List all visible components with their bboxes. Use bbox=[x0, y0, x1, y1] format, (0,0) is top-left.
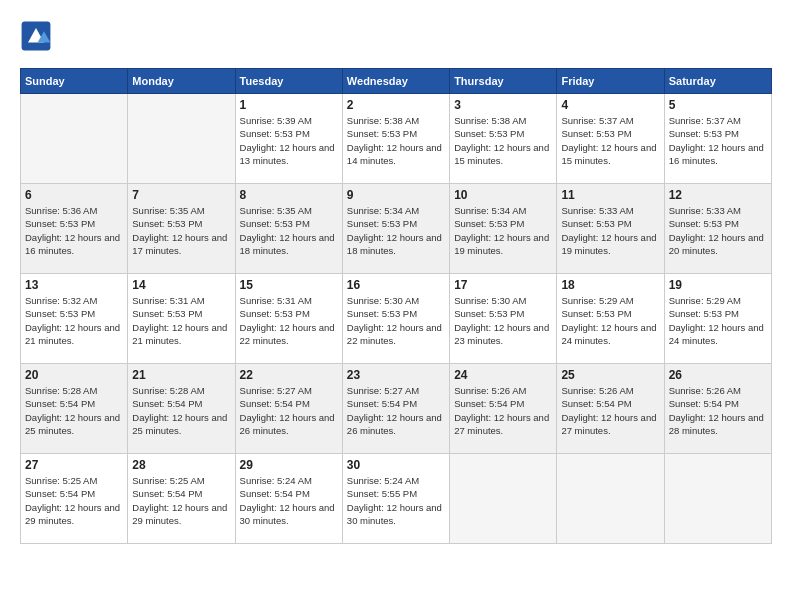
calendar-cell bbox=[557, 454, 664, 544]
day-info: Sunrise: 5:36 AMSunset: 5:53 PMDaylight:… bbox=[25, 204, 123, 257]
day-number: 20 bbox=[25, 368, 123, 382]
weekday-header-thursday: Thursday bbox=[450, 69, 557, 94]
calendar-cell: 13Sunrise: 5:32 AMSunset: 5:53 PMDayligh… bbox=[21, 274, 128, 364]
day-number: 29 bbox=[240, 458, 338, 472]
day-number: 1 bbox=[240, 98, 338, 112]
day-number: 18 bbox=[561, 278, 659, 292]
calendar-header-row: SundayMondayTuesdayWednesdayThursdayFrid… bbox=[21, 69, 772, 94]
day-info: Sunrise: 5:38 AMSunset: 5:53 PMDaylight:… bbox=[454, 114, 552, 167]
day-number: 2 bbox=[347, 98, 445, 112]
day-number: 17 bbox=[454, 278, 552, 292]
day-number: 15 bbox=[240, 278, 338, 292]
day-info: Sunrise: 5:26 AMSunset: 5:54 PMDaylight:… bbox=[561, 384, 659, 437]
calendar-cell: 12Sunrise: 5:33 AMSunset: 5:53 PMDayligh… bbox=[664, 184, 771, 274]
weekday-header-tuesday: Tuesday bbox=[235, 69, 342, 94]
calendar-cell: 6Sunrise: 5:36 AMSunset: 5:53 PMDaylight… bbox=[21, 184, 128, 274]
day-number: 7 bbox=[132, 188, 230, 202]
calendar-week-row: 1Sunrise: 5:39 AMSunset: 5:53 PMDaylight… bbox=[21, 94, 772, 184]
day-info: Sunrise: 5:27 AMSunset: 5:54 PMDaylight:… bbox=[347, 384, 445, 437]
calendar-cell: 18Sunrise: 5:29 AMSunset: 5:53 PMDayligh… bbox=[557, 274, 664, 364]
day-info: Sunrise: 5:26 AMSunset: 5:54 PMDaylight:… bbox=[669, 384, 767, 437]
calendar-cell bbox=[128, 94, 235, 184]
day-number: 3 bbox=[454, 98, 552, 112]
day-info: Sunrise: 5:38 AMSunset: 5:53 PMDaylight:… bbox=[347, 114, 445, 167]
day-info: Sunrise: 5:30 AMSunset: 5:53 PMDaylight:… bbox=[347, 294, 445, 347]
calendar-cell: 1Sunrise: 5:39 AMSunset: 5:53 PMDaylight… bbox=[235, 94, 342, 184]
day-info: Sunrise: 5:31 AMSunset: 5:53 PMDaylight:… bbox=[132, 294, 230, 347]
calendar-cell: 17Sunrise: 5:30 AMSunset: 5:53 PMDayligh… bbox=[450, 274, 557, 364]
calendar-cell: 20Sunrise: 5:28 AMSunset: 5:54 PMDayligh… bbox=[21, 364, 128, 454]
day-number: 23 bbox=[347, 368, 445, 382]
calendar-cell bbox=[664, 454, 771, 544]
calendar-cell: 23Sunrise: 5:27 AMSunset: 5:54 PMDayligh… bbox=[342, 364, 449, 454]
calendar-cell: 10Sunrise: 5:34 AMSunset: 5:53 PMDayligh… bbox=[450, 184, 557, 274]
day-number: 11 bbox=[561, 188, 659, 202]
day-info: Sunrise: 5:28 AMSunset: 5:54 PMDaylight:… bbox=[25, 384, 123, 437]
weekday-header-friday: Friday bbox=[557, 69, 664, 94]
day-number: 10 bbox=[454, 188, 552, 202]
day-info: Sunrise: 5:34 AMSunset: 5:53 PMDaylight:… bbox=[454, 204, 552, 257]
calendar-cell: 2Sunrise: 5:38 AMSunset: 5:53 PMDaylight… bbox=[342, 94, 449, 184]
day-number: 19 bbox=[669, 278, 767, 292]
calendar-cell: 5Sunrise: 5:37 AMSunset: 5:53 PMDaylight… bbox=[664, 94, 771, 184]
calendar-cell: 30Sunrise: 5:24 AMSunset: 5:55 PMDayligh… bbox=[342, 454, 449, 544]
day-info: Sunrise: 5:33 AMSunset: 5:53 PMDaylight:… bbox=[669, 204, 767, 257]
day-number: 22 bbox=[240, 368, 338, 382]
calendar-cell: 9Sunrise: 5:34 AMSunset: 5:53 PMDaylight… bbox=[342, 184, 449, 274]
day-number: 8 bbox=[240, 188, 338, 202]
day-number: 5 bbox=[669, 98, 767, 112]
day-number: 24 bbox=[454, 368, 552, 382]
calendar-cell: 11Sunrise: 5:33 AMSunset: 5:53 PMDayligh… bbox=[557, 184, 664, 274]
calendar-cell: 8Sunrise: 5:35 AMSunset: 5:53 PMDaylight… bbox=[235, 184, 342, 274]
calendar-cell: 24Sunrise: 5:26 AMSunset: 5:54 PMDayligh… bbox=[450, 364, 557, 454]
calendar-table: SundayMondayTuesdayWednesdayThursdayFrid… bbox=[20, 68, 772, 544]
day-number: 4 bbox=[561, 98, 659, 112]
logo-icon bbox=[20, 20, 52, 52]
day-info: Sunrise: 5:25 AMSunset: 5:54 PMDaylight:… bbox=[132, 474, 230, 527]
day-number: 21 bbox=[132, 368, 230, 382]
logo bbox=[20, 20, 56, 52]
calendar-week-row: 27Sunrise: 5:25 AMSunset: 5:54 PMDayligh… bbox=[21, 454, 772, 544]
calendar-week-row: 6Sunrise: 5:36 AMSunset: 5:53 PMDaylight… bbox=[21, 184, 772, 274]
day-number: 30 bbox=[347, 458, 445, 472]
calendar-body: 1Sunrise: 5:39 AMSunset: 5:53 PMDaylight… bbox=[21, 94, 772, 544]
day-info: Sunrise: 5:35 AMSunset: 5:53 PMDaylight:… bbox=[132, 204, 230, 257]
day-info: Sunrise: 5:35 AMSunset: 5:53 PMDaylight:… bbox=[240, 204, 338, 257]
day-info: Sunrise: 5:30 AMSunset: 5:53 PMDaylight:… bbox=[454, 294, 552, 347]
day-info: Sunrise: 5:27 AMSunset: 5:54 PMDaylight:… bbox=[240, 384, 338, 437]
day-info: Sunrise: 5:29 AMSunset: 5:53 PMDaylight:… bbox=[561, 294, 659, 347]
day-info: Sunrise: 5:25 AMSunset: 5:54 PMDaylight:… bbox=[25, 474, 123, 527]
day-number: 25 bbox=[561, 368, 659, 382]
day-number: 13 bbox=[25, 278, 123, 292]
day-info: Sunrise: 5:34 AMSunset: 5:53 PMDaylight:… bbox=[347, 204, 445, 257]
calendar-cell: 4Sunrise: 5:37 AMSunset: 5:53 PMDaylight… bbox=[557, 94, 664, 184]
calendar-cell: 25Sunrise: 5:26 AMSunset: 5:54 PMDayligh… bbox=[557, 364, 664, 454]
calendar-cell: 21Sunrise: 5:28 AMSunset: 5:54 PMDayligh… bbox=[128, 364, 235, 454]
calendar-cell: 14Sunrise: 5:31 AMSunset: 5:53 PMDayligh… bbox=[128, 274, 235, 364]
calendar-cell: 29Sunrise: 5:24 AMSunset: 5:54 PMDayligh… bbox=[235, 454, 342, 544]
calendar-week-row: 20Sunrise: 5:28 AMSunset: 5:54 PMDayligh… bbox=[21, 364, 772, 454]
day-number: 28 bbox=[132, 458, 230, 472]
day-info: Sunrise: 5:37 AMSunset: 5:53 PMDaylight:… bbox=[561, 114, 659, 167]
calendar-cell: 7Sunrise: 5:35 AMSunset: 5:53 PMDaylight… bbox=[128, 184, 235, 274]
calendar-cell: 22Sunrise: 5:27 AMSunset: 5:54 PMDayligh… bbox=[235, 364, 342, 454]
calendar-cell: 16Sunrise: 5:30 AMSunset: 5:53 PMDayligh… bbox=[342, 274, 449, 364]
calendar-cell: 19Sunrise: 5:29 AMSunset: 5:53 PMDayligh… bbox=[664, 274, 771, 364]
day-number: 26 bbox=[669, 368, 767, 382]
calendar-cell: 15Sunrise: 5:31 AMSunset: 5:53 PMDayligh… bbox=[235, 274, 342, 364]
day-number: 6 bbox=[25, 188, 123, 202]
page-header bbox=[20, 20, 772, 52]
weekday-header-sunday: Sunday bbox=[21, 69, 128, 94]
calendar-week-row: 13Sunrise: 5:32 AMSunset: 5:53 PMDayligh… bbox=[21, 274, 772, 364]
calendar-cell: 3Sunrise: 5:38 AMSunset: 5:53 PMDaylight… bbox=[450, 94, 557, 184]
day-info: Sunrise: 5:32 AMSunset: 5:53 PMDaylight:… bbox=[25, 294, 123, 347]
calendar-cell bbox=[450, 454, 557, 544]
day-info: Sunrise: 5:37 AMSunset: 5:53 PMDaylight:… bbox=[669, 114, 767, 167]
day-number: 12 bbox=[669, 188, 767, 202]
calendar-cell: 26Sunrise: 5:26 AMSunset: 5:54 PMDayligh… bbox=[664, 364, 771, 454]
calendar-cell bbox=[21, 94, 128, 184]
day-info: Sunrise: 5:28 AMSunset: 5:54 PMDaylight:… bbox=[132, 384, 230, 437]
day-number: 16 bbox=[347, 278, 445, 292]
day-number: 9 bbox=[347, 188, 445, 202]
day-info: Sunrise: 5:26 AMSunset: 5:54 PMDaylight:… bbox=[454, 384, 552, 437]
